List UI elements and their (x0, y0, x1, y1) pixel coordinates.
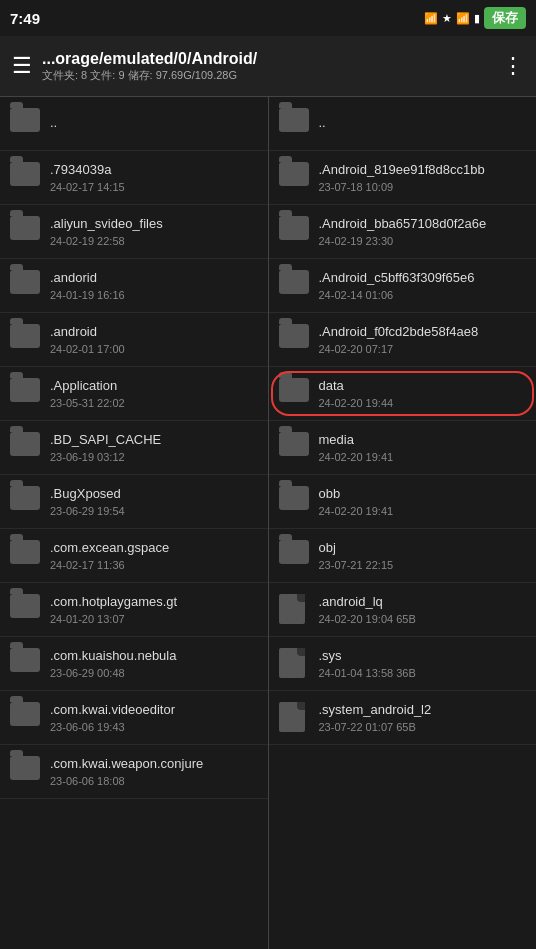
list-item[interactable]: .. (269, 97, 537, 151)
list-item[interactable]: .com.hotplaygames.gt 24-01-20 13:07 (0, 583, 268, 637)
list-item[interactable]: .sys 24-01-04 13:58 36B (269, 637, 537, 691)
file-icon-wrapper (10, 756, 42, 788)
file-icon-wrapper (279, 270, 311, 302)
file-icon-wrapper (279, 648, 311, 680)
file-icon-wrapper (10, 702, 42, 734)
file-icon-wrapper (279, 594, 311, 626)
status-bar: 7:49 📶 ★ 📶 ▮ 保存 (0, 0, 536, 36)
file-info: .system_android_l2 23-07-22 01:07 65B (319, 702, 527, 733)
folder-icon (10, 324, 40, 348)
file-info: obb 24-02-20 19:41 (319, 486, 527, 517)
file-icon-wrapper (279, 108, 311, 140)
file-icon-wrapper (279, 432, 311, 464)
file-name: .sys (319, 648, 527, 665)
file-info: .aliyun_svideo_files 24-02-19 22:58 (50, 216, 258, 247)
list-item[interactable]: .system_android_l2 23-07-22 01:07 65B (269, 691, 537, 745)
list-item[interactable]: .andorid 24-01-19 16:16 (0, 259, 268, 313)
file-info: .. (50, 115, 258, 132)
list-item[interactable]: .com.kwai.videoeditor 23-06-06 19:43 (0, 691, 268, 745)
battery-icon: ▮ (474, 12, 480, 25)
folder-icon (10, 756, 40, 780)
list-item[interactable]: media 24-02-20 19:41 (269, 421, 537, 475)
file-name: .BugXposed (50, 486, 258, 503)
file-name: .Android_c5bff63f309f65e6 (319, 270, 527, 287)
folder-icon (10, 108, 40, 132)
file-info: .sys 24-01-04 13:58 36B (319, 648, 527, 679)
file-info: .com.kwai.weapon.conjure 23-06-06 18:08 (50, 756, 258, 787)
file-meta: 23-06-29 19:54 (50, 505, 258, 517)
file-info: .BugXposed 23-06-29 19:54 (50, 486, 258, 517)
file-icon-wrapper (10, 594, 42, 626)
file-icon-wrapper (10, 108, 42, 140)
folder-icon (279, 270, 309, 294)
list-item[interactable]: .android 24-02-01 17:00 (0, 313, 268, 367)
file-icon-wrapper (279, 540, 311, 572)
folder-icon (10, 378, 40, 402)
file-meta: 24-02-19 23:30 (319, 235, 527, 247)
file-info: media 24-02-20 19:41 (319, 432, 527, 463)
folder-icon (279, 486, 309, 510)
more-options-icon[interactable]: ⋮ (502, 53, 524, 79)
list-item[interactable]: .android_lq 24-02-20 19:04 65B (269, 583, 537, 637)
list-item[interactable]: .7934039a 24-02-17 14:15 (0, 151, 268, 205)
file-name: .Android_819ee91f8d8cc1bb (319, 162, 527, 179)
list-item[interactable]: .Android_819ee91f8d8cc1bb 23-07-18 10:09 (269, 151, 537, 205)
right-column: .. .Android_819ee91f8d8cc1bb 23-07-18 10… (269, 97, 537, 949)
file-name: .andorid (50, 270, 258, 287)
hamburger-icon[interactable]: ☰ (12, 53, 32, 79)
folder-icon (10, 648, 40, 672)
file-meta: 23-07-21 22:15 (319, 559, 527, 571)
list-item[interactable]: .Android_c5bff63f309f65e6 24-02-14 01:06 (269, 259, 537, 313)
list-item[interactable]: .Application 23-05-31 22:02 (0, 367, 268, 421)
save-button[interactable]: 保存 (484, 7, 526, 29)
file-icon-wrapper (10, 432, 42, 464)
folder-icon (10, 162, 40, 186)
file-meta: 23-05-31 22:02 (50, 397, 258, 409)
file-name: .com.kuaishou.nebula (50, 648, 258, 665)
path-subtitle: 文件夹: 8 文件: 9 储存: 97.69G/109.28G (42, 68, 492, 83)
file-meta: 24-02-14 01:06 (319, 289, 527, 301)
file-icon-wrapper (10, 378, 42, 410)
list-item[interactable]: obj 23-07-21 22:15 (269, 529, 537, 583)
file-meta: 24-02-20 19:41 (319, 505, 527, 517)
list-item[interactable]: .BD_SAPI_CACHE 23-06-19 03:12 (0, 421, 268, 475)
file-meta: 24-02-20 07:17 (319, 343, 527, 355)
file-info: .android_lq 24-02-20 19:04 65B (319, 594, 527, 625)
file-info: .Android_c5bff63f309f65e6 24-02-14 01:06 (319, 270, 527, 301)
folder-icon (279, 324, 309, 348)
file-info: .com.kwai.videoeditor 23-06-06 19:43 (50, 702, 258, 733)
list-item[interactable]: .aliyun_svideo_files 24-02-19 22:58 (0, 205, 268, 259)
list-item[interactable]: .Android_bba657108d0f2a6e 24-02-19 23:30 (269, 205, 537, 259)
file-name: .android_lq (319, 594, 527, 611)
file-meta: 24-02-17 14:15 (50, 181, 258, 193)
list-item[interactable]: .com.excean.gspace 24-02-17 11:36 (0, 529, 268, 583)
file-info: .Android_f0fcd2bde58f4ae8 24-02-20 07:17 (319, 324, 527, 355)
wifi-icon: 📶 (456, 12, 470, 25)
file-name: .. (319, 115, 527, 132)
file-info: .com.excean.gspace 24-02-17 11:36 (50, 540, 258, 571)
file-info: .Android_bba657108d0f2a6e 24-02-19 23:30 (319, 216, 527, 247)
file-info: .Android_819ee91f8d8cc1bb 23-07-18 10:09 (319, 162, 527, 193)
file-name: .Application (50, 378, 258, 395)
file-meta: 24-01-19 16:16 (50, 289, 258, 301)
folder-icon (10, 432, 40, 456)
file-name: .com.kwai.videoeditor (50, 702, 258, 719)
file-icon-wrapper (10, 324, 42, 356)
list-item[interactable]: .com.kuaishou.nebula 23-06-29 00:48 (0, 637, 268, 691)
file-info: .android 24-02-01 17:00 (50, 324, 258, 355)
list-item[interactable]: data 24-02-20 19:44 (269, 367, 537, 421)
list-item[interactable]: .com.kwai.weapon.conjure 23-06-06 18:08 (0, 745, 268, 799)
file-meta: 24-02-20 19:44 (319, 397, 527, 409)
file-meta: 23-07-18 10:09 (319, 181, 527, 193)
folder-icon (10, 216, 40, 240)
list-item[interactable]: .. (0, 97, 268, 151)
list-item[interactable]: .Android_f0fcd2bde58f4ae8 24-02-20 07:17 (269, 313, 537, 367)
list-item[interactable]: obb 24-02-20 19:41 (269, 475, 537, 529)
folder-icon (10, 486, 40, 510)
file-info: .. (319, 115, 527, 132)
file-name: data (319, 378, 527, 395)
folder-icon (279, 540, 309, 564)
list-item[interactable]: .BugXposed 23-06-29 19:54 (0, 475, 268, 529)
file-icon-wrapper (279, 702, 311, 734)
status-icons: 📶 ★ 📶 ▮ 保存 (424, 7, 526, 29)
